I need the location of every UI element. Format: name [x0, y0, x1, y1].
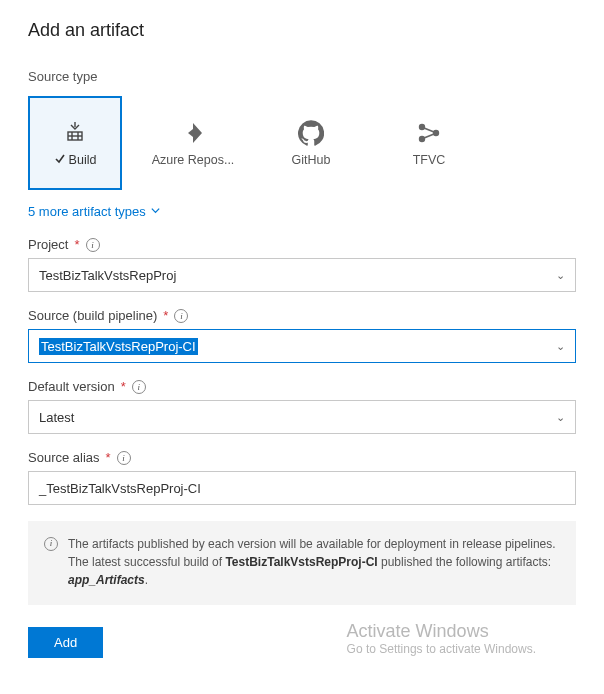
tfvc-icon [415, 119, 443, 147]
tile-tfvc-label: TFVC [413, 153, 446, 167]
required-asterisk: * [163, 308, 168, 323]
project-select[interactable]: TestBizTalkVstsRepProj ⌄ [28, 258, 576, 292]
source-alias-input[interactable]: _TestBizTalkVstsRepProj-CI [28, 471, 576, 505]
artifacts-info-box: i The artifacts published by each versio… [28, 521, 576, 605]
project-select-value: TestBizTalkVstsRepProj [39, 268, 176, 283]
source-type-tiles: Build Azure Repos... GitHub TFVC [28, 96, 576, 190]
svg-point-1 [420, 125, 425, 130]
default-version-select-value: Latest [39, 410, 74, 425]
default-version-select[interactable]: Latest ⌄ [28, 400, 576, 434]
default-version-label: Default version [28, 379, 115, 394]
info-icon[interactable]: i [86, 238, 100, 252]
check-icon [54, 153, 66, 168]
required-asterisk: * [74, 237, 79, 252]
info-icon: i [44, 537, 58, 551]
source-type-label: Source type [28, 69, 576, 84]
chevron-down-icon: ⌄ [556, 269, 565, 282]
svg-point-2 [420, 137, 425, 142]
page-title: Add an artifact [28, 20, 576, 41]
chevron-down-icon: ⌄ [556, 340, 565, 353]
github-icon [297, 119, 325, 147]
project-label: Project [28, 237, 68, 252]
tile-azure-repos-label: Azure Repos... [152, 153, 235, 167]
info-icon[interactable]: i [117, 451, 131, 465]
required-asterisk: * [121, 379, 126, 394]
tile-github[interactable]: GitHub [264, 96, 358, 190]
tile-tfvc[interactable]: TFVC [382, 96, 476, 190]
source-select[interactable]: TestBizTalkVstsRepProj-CI ⌄ [28, 329, 576, 363]
info-icon[interactable]: i [132, 380, 146, 394]
tile-azure-repos[interactable]: Azure Repos... [146, 96, 240, 190]
chevron-down-icon [150, 204, 161, 219]
windows-activation-watermark: Activate Windows Go to Settings to activ… [347, 621, 536, 656]
tile-github-label: GitHub [292, 153, 331, 167]
azure-repos-icon [179, 119, 207, 147]
tile-build-label: Build [69, 153, 97, 167]
tile-build[interactable]: Build [28, 96, 122, 190]
source-alias-label: Source alias [28, 450, 100, 465]
more-artifact-types-link[interactable]: 5 more artifact types [28, 204, 576, 219]
source-select-value: TestBizTalkVstsRepProj-CI [39, 338, 198, 355]
svg-point-3 [434, 131, 439, 136]
info-icon[interactable]: i [174, 309, 188, 323]
source-alias-value: _TestBizTalkVstsRepProj-CI [39, 481, 201, 496]
add-button[interactable]: Add [28, 627, 103, 658]
required-asterisk: * [106, 450, 111, 465]
source-label: Source (build pipeline) [28, 308, 157, 323]
chevron-down-icon: ⌄ [556, 411, 565, 424]
build-icon [61, 119, 89, 147]
artifacts-info-text: The artifacts published by each version … [68, 535, 560, 589]
